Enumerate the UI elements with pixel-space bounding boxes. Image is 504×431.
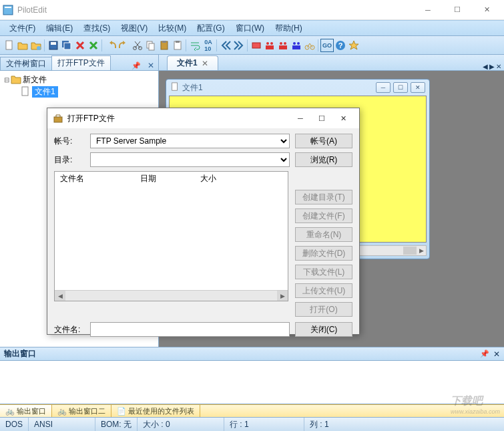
status-bom: BOM: 无 bbox=[95, 418, 138, 431]
svg-rect-32 bbox=[54, 117, 62, 122]
close-button[interactable]: ✕ bbox=[472, 0, 501, 19]
svg-rect-7 bbox=[64, 43, 71, 49]
sidebar-tab-ftp[interactable]: 打开FTP文件 bbox=[51, 55, 111, 70]
output-pin-icon[interactable]: 📌 bbox=[480, 349, 489, 358]
redo-icon[interactable] bbox=[117, 39, 131, 52]
browse-button[interactable]: 浏览(R) bbox=[295, 152, 352, 167]
minimize-button[interactable]: ─ bbox=[413, 0, 443, 19]
dir-select[interactable] bbox=[90, 152, 290, 167]
col-filename[interactable]: 文件名 bbox=[55, 172, 135, 185]
open-folder2-icon[interactable] bbox=[29, 39, 43, 52]
account-button[interactable]: 帐号(A) bbox=[295, 134, 352, 148]
svg-rect-31 bbox=[172, 82, 178, 90]
close-green-icon[interactable] bbox=[87, 39, 100, 52]
dialog-close-button[interactable]: ✕ bbox=[332, 114, 354, 123]
svg-rect-13 bbox=[162, 41, 166, 43]
wrap-icon[interactable] bbox=[188, 39, 202, 52]
file-icon bbox=[20, 86, 31, 97]
tree-child[interactable]: 文件1 bbox=[0, 86, 158, 98]
save-all-icon[interactable] bbox=[60, 39, 73, 52]
tool-red-icon[interactable] bbox=[250, 39, 263, 52]
account-select[interactable]: FTP Server Sample bbox=[90, 134, 290, 148]
output-tab-1[interactable]: 🚲输出窗口 bbox=[0, 405, 52, 417]
upload-button[interactable]: 上传文件(U) bbox=[295, 283, 352, 298]
document-tab[interactable]: 文件1 ✕ bbox=[167, 55, 218, 70]
tree-root[interactable]: ⊟ 新文件 bbox=[0, 74, 158, 86]
menu-help[interactable]: 帮助(H) bbox=[270, 21, 308, 35]
list-scroll-right-icon[interactable]: ▶ bbox=[277, 291, 288, 301]
scroll-thumb[interactable] bbox=[403, 247, 417, 255]
dialog-title: 打开FTP文件 bbox=[67, 113, 290, 124]
star-icon[interactable] bbox=[347, 39, 360, 52]
tab-prev-icon[interactable]: ◀ bbox=[483, 63, 488, 70]
dialog-minimize-button[interactable]: ─ bbox=[290, 114, 311, 122]
clipboard-icon[interactable] bbox=[171, 39, 184, 52]
download-button[interactable]: 下载文件(L) bbox=[295, 265, 352, 279]
col-date[interactable]: 日期 bbox=[135, 172, 195, 185]
next-blue-icon[interactable] bbox=[232, 39, 246, 52]
list-scroll-left-icon[interactable]: ◀ bbox=[55, 291, 65, 301]
pin-icon[interactable]: 📌 bbox=[129, 61, 144, 70]
save-icon[interactable] bbox=[47, 39, 60, 52]
new-file-icon[interactable] bbox=[3, 39, 16, 52]
app-title: PilotEdit bbox=[17, 5, 413, 15]
hex-icon[interactable]: 0A10 bbox=[202, 39, 215, 52]
tab-next-icon[interactable]: ▶ bbox=[489, 63, 495, 70]
filename-input[interactable] bbox=[90, 322, 290, 337]
ftp-dialog: 打开FTP文件 ─ ☐ ✕ 帐号: FTP Server Sample 帐号(A… bbox=[47, 108, 360, 335]
mdi-maximize-button[interactable]: ☐ bbox=[393, 82, 408, 93]
close-red-icon[interactable] bbox=[73, 39, 87, 52]
bike-icon[interactable] bbox=[303, 39, 316, 52]
open-button[interactable]: 打开(O) bbox=[295, 302, 352, 317]
people1-icon[interactable] bbox=[263, 39, 276, 52]
mkfile-button[interactable]: 创建文件(F) bbox=[295, 208, 352, 223]
list-hscroll[interactable]: ◀ ▶ bbox=[55, 290, 288, 301]
people3-icon[interactable] bbox=[290, 39, 303, 52]
mdi-titlebar[interactable]: 文件1 ─ ☐ ✕ bbox=[166, 80, 429, 96]
expander-icon[interactable]: ⊟ bbox=[3, 76, 11, 84]
dialog-titlebar[interactable]: 打开FTP文件 ─ ☐ ✕ bbox=[47, 108, 359, 128]
svg-point-3 bbox=[37, 46, 41, 50]
sidebar-close-icon[interactable]: ✕ bbox=[144, 61, 158, 70]
goto-icon[interactable]: GO bbox=[320, 39, 334, 52]
output-tab-3[interactable]: 📄最近使用的文件列表 bbox=[111, 405, 200, 417]
close-dialog-button[interactable]: 关闭(C) bbox=[295, 322, 352, 337]
open-folder-icon[interactable] bbox=[16, 39, 29, 52]
dialog-maximize-button[interactable]: ☐ bbox=[311, 114, 332, 123]
prev-blue-icon[interactable] bbox=[219, 39, 232, 52]
maximize-button[interactable]: ☐ bbox=[443, 0, 472, 19]
rename-button[interactable]: 重命名(N) bbox=[295, 227, 352, 242]
delete-button[interactable]: 删除文件(D) bbox=[295, 246, 352, 261]
tab-menu-icon[interactable]: ✕ bbox=[496, 63, 501, 70]
output-tab-2[interactable]: 🚲输出窗口二 bbox=[52, 405, 111, 417]
copy-icon[interactable] bbox=[144, 39, 158, 52]
sidebar-tabs: 文件树窗口 打开FTP文件 📌 ✕ bbox=[0, 55, 158, 71]
people2-icon[interactable] bbox=[276, 39, 290, 52]
output-close-icon[interactable]: ✕ bbox=[493, 349, 500, 359]
menu-search[interactable]: 查找(S) bbox=[78, 21, 115, 35]
paste-icon[interactable] bbox=[158, 39, 171, 52]
menu-edit[interactable]: 编辑(E) bbox=[41, 21, 78, 35]
mdi-close-button[interactable]: ✕ bbox=[411, 82, 425, 93]
help-icon[interactable]: ? bbox=[334, 39, 347, 52]
menu-view[interactable]: 视图(V) bbox=[115, 21, 153, 35]
status-ansi: ANSI bbox=[29, 418, 95, 431]
cut-icon[interactable] bbox=[131, 39, 144, 52]
col-size[interactable]: 大小 bbox=[195, 172, 222, 185]
menu-file[interactable]: 文件(F) bbox=[4, 21, 41, 35]
undo-icon[interactable] bbox=[104, 39, 117, 52]
document-tab-label: 文件1 bbox=[177, 57, 198, 69]
output-body[interactable] bbox=[0, 361, 504, 404]
file-listbox[interactable]: 文件名 日期 大小 ◀ ▶ bbox=[54, 171, 288, 301]
menu-config[interactable]: 配置(G) bbox=[192, 21, 230, 35]
scroll-right-icon[interactable]: ▶ bbox=[417, 246, 426, 255]
svg-point-23 bbox=[293, 42, 296, 45]
mdi-minimize-button[interactable]: ─ bbox=[376, 82, 391, 93]
menu-compare[interactable]: 比较(M) bbox=[153, 21, 192, 35]
sidebar-tab-tree[interactable]: 文件树窗口 bbox=[0, 57, 52, 70]
menu-window[interactable]: 窗口(W) bbox=[230, 21, 270, 35]
svg-point-21 bbox=[284, 42, 286, 45]
mkdir-button[interactable]: 创建目录(T) bbox=[295, 190, 352, 204]
tab-close-icon[interactable]: ✕ bbox=[202, 59, 208, 68]
svg-rect-25 bbox=[292, 45, 300, 49]
